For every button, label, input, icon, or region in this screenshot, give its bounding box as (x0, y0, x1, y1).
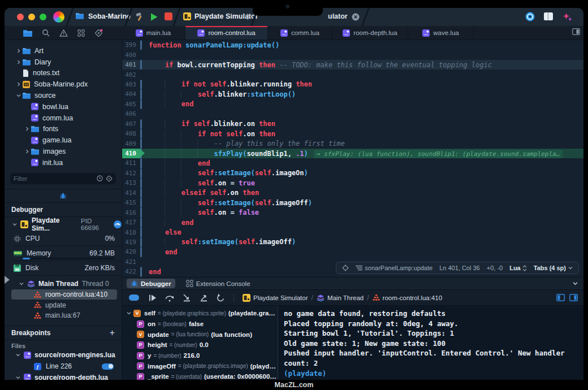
line-number-gutter[interactable]: 415 (122, 198, 140, 207)
build-hammer-icon[interactable] (135, 12, 144, 21)
variable-row-self[interactable]: Vself= (playdate.graphics.sprite)(playda… (122, 308, 277, 319)
tree-item-Art[interactable]: Art (5, 45, 122, 57)
continue-icon[interactable] (149, 294, 157, 302)
line-number-gutter[interactable]: 399 (122, 40, 140, 50)
debug-process-row[interactable]: Playdate Sim...PID 66696 (5, 217, 122, 232)
line-number-gutter[interactable]: 402 (122, 70, 140, 79)
line-number-gutter[interactable]: 417 (122, 218, 140, 227)
add-breakpoint-button[interactable]: + (110, 328, 115, 338)
project-name[interactable]: Soba-Marine (88, 12, 131, 20)
stack-frame-main.lua:67[interactable]: main.lua:67 (5, 310, 122, 321)
stack-frame-room-control.lua:410[interactable]: room-control.lua:410 (11, 289, 117, 300)
tree-item-Soba-Marine.pdx[interactable]: Soba-Marine.pdx (5, 79, 122, 90)
close-tab-icon[interactable] (352, 13, 360, 21)
step-into-icon[interactable] (183, 293, 191, 302)
minimize-window-button[interactable] (28, 14, 35, 20)
zoom-window-button[interactable] (40, 14, 46, 20)
split-editor-icon[interactable] (572, 28, 580, 35)
line-number-gutter[interactable]: 406 (122, 109, 140, 119)
tree-item-images[interactable]: images (5, 146, 122, 157)
clock-icon[interactable] (97, 175, 103, 181)
line-number-gutter[interactable]: 409 (122, 138, 140, 148)
variable-row-_sprite[interactable]: P_sprite= (userdata)(userdata: 0x0000600… (122, 371, 277, 380)
line-number-gutter[interactable]: 404 (122, 89, 140, 99)
breadcrumb-Main Thread[interactable]: Main Thread (317, 294, 364, 301)
sidebar-tab-search[interactable] (42, 29, 50, 37)
step-over-icon[interactable] (165, 294, 174, 302)
breadcrumb-Playdate Simulator[interactable]: Playdate Simulator (243, 294, 308, 302)
sidebar-tab-symbols[interactable] (77, 29, 85, 37)
tree-item-Diary[interactable]: Diary (5, 57, 122, 68)
current-symbol[interactable]: sonarPanelLamp:update (365, 265, 433, 271)
reference-book-icon[interactable] (544, 12, 553, 20)
stop-icon[interactable] (165, 12, 172, 20)
line-number-gutter[interactable]: 410 (122, 149, 140, 158)
filter-field[interactable]: Filter (10, 173, 116, 184)
sidebar-tab-extensions[interactable] (94, 29, 103, 37)
app-icon[interactable] (53, 11, 64, 23)
debug-console[interactable]: no game data found, restoring defaultsPl… (278, 306, 583, 380)
tree-item-game.lua[interactable]: game.lua (5, 135, 122, 146)
line-number-gutter[interactable]: 403 (122, 80, 140, 89)
tree-item-notes.txt[interactable]: notes.txt (5, 68, 122, 79)
sidebar-tab-files[interactable] (23, 29, 32, 37)
sidebar-tab-issues[interactable] (59, 29, 68, 37)
preview-eye-icon[interactable] (525, 12, 535, 21)
breakpoint-file-source/room-engines.lua[interactable]: source/room-engines.lua (5, 349, 122, 361)
variable-row-y[interactable]: Py= (number)216.0 (122, 350, 277, 361)
debug-sidebar-tab[interactable] (5, 189, 122, 203)
tab-room-depth.lua[interactable]: room-depth.lua (332, 26, 408, 40)
thread-row[interactable]: Main ThreadThread 0 (5, 278, 122, 289)
line-number-gutter[interactable]: 405 (122, 99, 140, 109)
line-number-gutter[interactable]: 401 (122, 60, 140, 70)
variable-row-imageOff[interactable]: PimageOff= (playdate.graphics.image)(pla… (122, 361, 277, 371)
panel-tab-Extension Console[interactable]: Extension Console (182, 279, 254, 288)
breakpoint-source/room-engines.lua-Line 226[interactable]: fLine 226 (5, 361, 122, 372)
line-number-gutter[interactable]: 408 (122, 129, 140, 138)
sparkle-icon[interactable] (563, 12, 572, 21)
line-number-gutter[interactable]: 420 (122, 247, 140, 257)
tree-item-init.lua[interactable]: init.lua (5, 157, 122, 168)
close-window-button[interactable] (17, 14, 24, 20)
variable-row-update[interactable]: Vupdate= (lua function)(lua function) (122, 329, 277, 340)
breakpoint-toggle[interactable] (102, 363, 114, 370)
variable-row-height[interactable]: Pheight= (number)0.0 (122, 340, 277, 350)
tab-room-control.lua[interactable]: room-control.lua (185, 26, 268, 40)
tab-settings-selector[interactable]: Tabs (4 sp) (534, 265, 566, 271)
symbol-list-icon[interactable] (356, 265, 362, 271)
chevron-updown-icon[interactable] (245, 14, 250, 20)
line-number-gutter[interactable]: 413 (122, 178, 140, 188)
crosshair-icon[interactable] (342, 265, 349, 271)
line-number-gutter[interactable]: 411 (122, 158, 140, 168)
tree-item-source[interactable]: source (5, 90, 122, 101)
line-number-gutter[interactable]: 407 (122, 119, 140, 129)
step-out-icon[interactable] (200, 293, 208, 302)
collapse-panel-chevron-icon[interactable] (573, 281, 578, 286)
breakpoint-file-source/room-depth.lua[interactable]: source/room-depth.lua (5, 372, 122, 380)
line-number-gutter[interactable]: 416 (122, 207, 140, 217)
line-number-gutter[interactable]: 422 (122, 267, 140, 276)
line-number-gutter[interactable]: 414 (122, 188, 140, 198)
code-editor[interactable]: 399function sonarPanelLamp:update()40040… (122, 40, 583, 277)
hidden-tab-label[interactable]: ulator (328, 12, 348, 20)
line-number-gutter[interactable]: 400 (122, 50, 140, 59)
breadcrumb-room-control.lua:410[interactable]: room-control.lua:410 (373, 294, 442, 301)
tab-comm.lua[interactable]: comm.lua (268, 26, 332, 40)
line-number-gutter[interactable]: 418 (122, 227, 140, 237)
pane-layout-left-icon[interactable] (556, 294, 565, 301)
line-number-gutter[interactable]: 412 (122, 168, 140, 178)
run-play-icon[interactable] (150, 12, 158, 21)
variable-row-on[interactable]: Pon= (boolean)false (122, 319, 277, 330)
pane-layout-right-icon[interactable] (569, 294, 578, 301)
line-number-gutter[interactable]: 419 (122, 237, 140, 247)
stack-frame-update[interactable]: update (5, 300, 122, 310)
tree-item-comm.lua[interactable]: comm.lua (5, 112, 122, 124)
restart-icon[interactable] (217, 293, 225, 302)
tree-item-fonts[interactable]: fonts (5, 124, 122, 135)
tree-item-bowl.lua[interactable]: bowl.lua (5, 101, 122, 112)
tag-icon[interactable] (106, 175, 113, 182)
panel-tab-Debugger[interactable]: Debugger (127, 279, 175, 288)
breakpoints-toggle-icon[interactable] (129, 294, 140, 301)
tab-main.lua[interactable]: main.lua (122, 26, 185, 40)
tab-wave.lua[interactable]: wave.lua (408, 26, 474, 40)
